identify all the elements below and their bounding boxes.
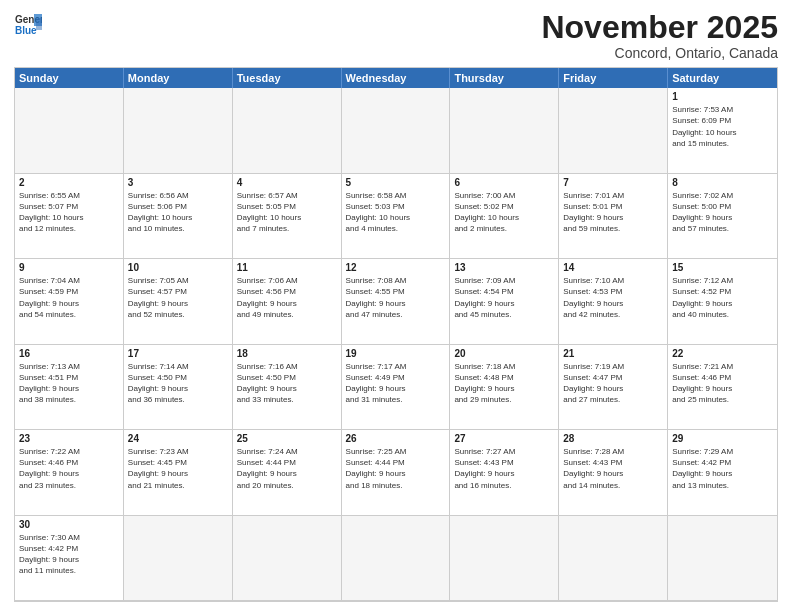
calendar-cell-13: 13Sunrise: 7:09 AM Sunset: 4:54 PM Dayli… [450, 259, 559, 344]
calendar-cell-5: 5Sunrise: 6:58 AM Sunset: 5:03 PM Daylig… [342, 174, 451, 259]
day-header-wednesday: Wednesday [342, 68, 451, 88]
cell-date-number: 21 [563, 348, 663, 359]
calendar-cell-6: 6Sunrise: 7:00 AM Sunset: 5:02 PM Daylig… [450, 174, 559, 259]
cell-date-number: 17 [128, 348, 228, 359]
svg-text:Blue: Blue [15, 25, 37, 36]
location-subtitle: Concord, Ontario, Canada [541, 45, 778, 61]
day-headers: SundayMondayTuesdayWednesdayThursdayFrid… [15, 68, 777, 88]
cell-info: Sunrise: 7:01 AM Sunset: 5:01 PM Dayligh… [563, 190, 663, 235]
cell-info: Sunrise: 7:12 AM Sunset: 4:52 PM Dayligh… [672, 275, 773, 320]
cell-info: Sunrise: 7:08 AM Sunset: 4:55 PM Dayligh… [346, 275, 446, 320]
day-header-friday: Friday [559, 68, 668, 88]
calendar-cell-21: 21Sunrise: 7:19 AM Sunset: 4:47 PM Dayli… [559, 345, 668, 430]
calendar-cell-14: 14Sunrise: 7:10 AM Sunset: 4:53 PM Dayli… [559, 259, 668, 344]
cell-info: Sunrise: 7:24 AM Sunset: 4:44 PM Dayligh… [237, 446, 337, 491]
calendar-cell-29: 29Sunrise: 7:29 AM Sunset: 4:42 PM Dayli… [668, 430, 777, 515]
calendar-cell-22: 22Sunrise: 7:21 AM Sunset: 4:46 PM Dayli… [668, 345, 777, 430]
cell-info: Sunrise: 7:04 AM Sunset: 4:59 PM Dayligh… [19, 275, 119, 320]
day-header-sunday: Sunday [15, 68, 124, 88]
cell-date-number: 8 [672, 177, 773, 188]
calendar-cell-7: 7Sunrise: 7:01 AM Sunset: 5:01 PM Daylig… [559, 174, 668, 259]
cell-date-number: 2 [19, 177, 119, 188]
cell-info: Sunrise: 7:10 AM Sunset: 4:53 PM Dayligh… [563, 275, 663, 320]
cell-info: Sunrise: 7:06 AM Sunset: 4:56 PM Dayligh… [237, 275, 337, 320]
cell-info: Sunrise: 7:28 AM Sunset: 4:43 PM Dayligh… [563, 446, 663, 491]
calendar-cell-27: 27Sunrise: 7:27 AM Sunset: 4:43 PM Dayli… [450, 430, 559, 515]
cell-date-number: 18 [237, 348, 337, 359]
calendar-cell-18: 18Sunrise: 7:16 AM Sunset: 4:50 PM Dayli… [233, 345, 342, 430]
cell-date-number: 10 [128, 262, 228, 273]
cell-info: Sunrise: 6:55 AM Sunset: 5:07 PM Dayligh… [19, 190, 119, 235]
cell-info: Sunrise: 7:02 AM Sunset: 5:00 PM Dayligh… [672, 190, 773, 235]
calendar-cell-26: 26Sunrise: 7:25 AM Sunset: 4:44 PM Dayli… [342, 430, 451, 515]
calendar-cell-24: 24Sunrise: 7:23 AM Sunset: 4:45 PM Dayli… [124, 430, 233, 515]
title-area: November 2025 Concord, Ontario, Canada [541, 10, 778, 61]
cell-date-number: 15 [672, 262, 773, 273]
cell-date-number: 25 [237, 433, 337, 444]
cell-info: Sunrise: 7:00 AM Sunset: 5:02 PM Dayligh… [454, 190, 554, 235]
calendar-cell-12: 12Sunrise: 7:08 AM Sunset: 4:55 PM Dayli… [342, 259, 451, 344]
cell-date-number: 26 [346, 433, 446, 444]
calendar: SundayMondayTuesdayWednesdayThursdayFrid… [14, 67, 778, 602]
cell-date-number: 19 [346, 348, 446, 359]
cell-date-number: 5 [346, 177, 446, 188]
cell-info: Sunrise: 6:57 AM Sunset: 5:05 PM Dayligh… [237, 190, 337, 235]
calendar-cell-15: 15Sunrise: 7:12 AM Sunset: 4:52 PM Dayli… [668, 259, 777, 344]
cell-date-number: 12 [346, 262, 446, 273]
calendar-cell-empty [450, 88, 559, 173]
cell-info: Sunrise: 7:05 AM Sunset: 4:57 PM Dayligh… [128, 275, 228, 320]
calendar-cell-4: 4Sunrise: 6:57 AM Sunset: 5:05 PM Daylig… [233, 174, 342, 259]
cell-date-number: 27 [454, 433, 554, 444]
calendar-cell-30: 30Sunrise: 7:30 AM Sunset: 4:42 PM Dayli… [15, 516, 124, 601]
calendar-cell-empty [15, 88, 124, 173]
cell-date-number: 7 [563, 177, 663, 188]
cell-date-number: 6 [454, 177, 554, 188]
day-header-monday: Monday [124, 68, 233, 88]
header: General Blue November 2025 Concord, Onta… [14, 10, 778, 61]
cell-info: Sunrise: 7:16 AM Sunset: 4:50 PM Dayligh… [237, 361, 337, 406]
calendar-cell-empty [233, 88, 342, 173]
calendar-cell-28: 28Sunrise: 7:28 AM Sunset: 4:43 PM Dayli… [559, 430, 668, 515]
cell-info: Sunrise: 6:56 AM Sunset: 5:06 PM Dayligh… [128, 190, 228, 235]
calendar-cell-empty [124, 516, 233, 601]
cell-info: Sunrise: 6:58 AM Sunset: 5:03 PM Dayligh… [346, 190, 446, 235]
cell-info: Sunrise: 7:18 AM Sunset: 4:48 PM Dayligh… [454, 361, 554, 406]
cell-date-number: 22 [672, 348, 773, 359]
cell-date-number: 16 [19, 348, 119, 359]
cell-date-number: 3 [128, 177, 228, 188]
calendar-cell-17: 17Sunrise: 7:14 AM Sunset: 4:50 PM Dayli… [124, 345, 233, 430]
calendar-cell-23: 23Sunrise: 7:22 AM Sunset: 4:46 PM Dayli… [15, 430, 124, 515]
calendar-cell-16: 16Sunrise: 7:13 AM Sunset: 4:51 PM Dayli… [15, 345, 124, 430]
cell-date-number: 29 [672, 433, 773, 444]
cell-date-number: 1 [672, 91, 773, 102]
calendar-cell-empty [559, 516, 668, 601]
calendar-cell-empty [342, 88, 451, 173]
calendar-cell-empty [668, 516, 777, 601]
cell-date-number: 30 [19, 519, 119, 530]
calendar-cell-2: 2Sunrise: 6:55 AM Sunset: 5:07 PM Daylig… [15, 174, 124, 259]
cell-info: Sunrise: 7:19 AM Sunset: 4:47 PM Dayligh… [563, 361, 663, 406]
day-header-thursday: Thursday [450, 68, 559, 88]
calendar-cell-1: 1Sunrise: 7:53 AM Sunset: 6:09 PM Daylig… [668, 88, 777, 173]
day-header-tuesday: Tuesday [233, 68, 342, 88]
calendar-cell-20: 20Sunrise: 7:18 AM Sunset: 4:48 PM Dayli… [450, 345, 559, 430]
calendar-cell-19: 19Sunrise: 7:17 AM Sunset: 4:49 PM Dayli… [342, 345, 451, 430]
logo: General Blue [14, 10, 42, 38]
cell-info: Sunrise: 7:17 AM Sunset: 4:49 PM Dayligh… [346, 361, 446, 406]
calendar-cell-25: 25Sunrise: 7:24 AM Sunset: 4:44 PM Dayli… [233, 430, 342, 515]
page: General Blue November 2025 Concord, Onta… [0, 0, 792, 612]
month-title: November 2025 [541, 10, 778, 45]
cell-date-number: 20 [454, 348, 554, 359]
cell-date-number: 28 [563, 433, 663, 444]
cell-date-number: 14 [563, 262, 663, 273]
cell-info: Sunrise: 7:53 AM Sunset: 6:09 PM Dayligh… [672, 104, 773, 149]
logo-icon: General Blue [14, 10, 42, 38]
calendar-cell-8: 8Sunrise: 7:02 AM Sunset: 5:00 PM Daylig… [668, 174, 777, 259]
cell-date-number: 9 [19, 262, 119, 273]
cell-info: Sunrise: 7:13 AM Sunset: 4:51 PM Dayligh… [19, 361, 119, 406]
calendar-cell-9: 9Sunrise: 7:04 AM Sunset: 4:59 PM Daylig… [15, 259, 124, 344]
cell-info: Sunrise: 7:21 AM Sunset: 4:46 PM Dayligh… [672, 361, 773, 406]
calendar-cell-empty [450, 516, 559, 601]
cell-info: Sunrise: 7:22 AM Sunset: 4:46 PM Dayligh… [19, 446, 119, 491]
calendar-grid: 1Sunrise: 7:53 AM Sunset: 6:09 PM Daylig… [15, 88, 777, 601]
